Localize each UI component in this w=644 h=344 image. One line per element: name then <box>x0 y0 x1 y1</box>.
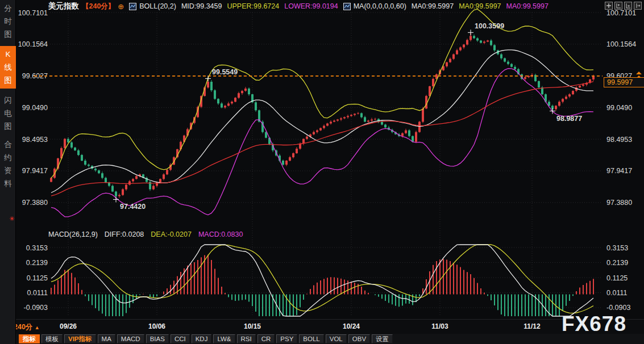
trading-app: 100.7101100.7101100.1564100.156499.60279… <box>0 0 644 344</box>
macd-macd-value: MACD:0.0830 <box>198 230 243 238</box>
y-axis-label: 97.3880 <box>606 199 632 207</box>
timeframe-label: 240分 <box>14 323 32 331</box>
candle-body <box>456 51 458 54</box>
candle-body <box>231 102 233 103</box>
y-axis-label: 99.0490 <box>22 104 48 112</box>
candle-body <box>336 120 339 121</box>
toolbar-button[interactable]: MA <box>98 334 115 343</box>
candle-body <box>67 139 69 142</box>
ma0-value-1: MA0:99.5997 <box>412 2 454 10</box>
x-axis-label: 10/06 <box>140 322 174 330</box>
toolbar-button[interactable]: RSI <box>237 334 256 343</box>
macd-axis-label: -0.0903 <box>24 304 48 312</box>
toolbar-button[interactable]: CCI <box>171 334 190 343</box>
candle-body <box>565 97 567 99</box>
candle-body <box>463 44 465 47</box>
candle-body <box>371 120 373 121</box>
y-axis-label: 100.1564 <box>18 40 48 48</box>
candle-body <box>360 113 363 117</box>
candle-body <box>207 82 209 87</box>
candle-body <box>418 122 421 132</box>
toolbar-button[interactable]: MACD <box>117 334 144 343</box>
timeframe-selector[interactable]: 240分 ▲ <box>14 322 40 332</box>
macd-name: MACD(26,12,9) <box>48 230 98 238</box>
toolbar-button[interactable]: VOL <box>326 334 347 343</box>
crosshair-icon[interactable] <box>605 2 613 10</box>
candle-body <box>487 40 489 41</box>
price-annotation: 100.3599 <box>475 22 504 30</box>
candle-body <box>381 122 383 125</box>
toolbar-button[interactable]: 设置 <box>372 334 393 343</box>
candle-body <box>152 186 155 189</box>
candle-body <box>326 124 329 126</box>
toolbar-button[interactable]: LW& <box>213 334 235 343</box>
sidebar: 分时图K线图闪电图合约资料 <box>0 0 16 344</box>
candle-body <box>135 176 138 179</box>
candle-body <box>88 165 90 166</box>
sidebar-item-1[interactable]: K线图 <box>0 46 16 89</box>
boll-upper-value: UPPER:99.6724 <box>227 2 279 10</box>
scale-y-icon[interactable] <box>614 2 622 10</box>
candle-body <box>384 125 387 128</box>
candle-body <box>367 121 369 122</box>
candle-body <box>323 126 325 128</box>
candle-body <box>401 133 404 136</box>
y-axis-label: 100.1564 <box>606 40 636 48</box>
candle-body <box>558 102 560 106</box>
candle-body <box>483 41 485 43</box>
indicator-header: 美元指数 【240分】 ⊕ BOLL(20,2) MID:99.3459 UPP… <box>16 0 644 12</box>
ma-indicator-icon[interactable] <box>343 3 351 10</box>
macd-dea-value: DEA:-0.0207 <box>151 230 192 238</box>
main-chart[interactable]: 100.7101100.7101100.1564100.156499.60279… <box>0 0 644 344</box>
macd-axis-label: 0.2139 <box>606 259 628 267</box>
candle-body <box>77 150 80 155</box>
candle-body <box>470 36 472 40</box>
toolbar-button[interactable]: 指标 <box>19 334 40 343</box>
candle-body <box>115 192 117 196</box>
candle-body <box>333 121 335 122</box>
toolbar-button[interactable]: CR <box>257 334 275 343</box>
y-axis-label: 98.4953 <box>606 136 632 144</box>
sidebar-item-0[interactable]: 分时图 <box>0 2 16 41</box>
toolbar-button[interactable]: BIAS <box>146 334 169 343</box>
pan-right-icon[interactable] <box>634 2 642 10</box>
candle-body <box>350 115 352 116</box>
macd-axis-label: 0.1125 <box>27 274 48 282</box>
macd-axis-label: 0.1125 <box>606 274 628 282</box>
live-alert-icon: ✳ <box>9 215 14 223</box>
candle-body <box>118 195 121 196</box>
current-price-tag: 99.5997 <box>604 77 644 87</box>
toolbar-button[interactable]: PSY <box>276 334 297 343</box>
candle-body <box>84 161 86 165</box>
fx678-watermark: FX678 <box>562 312 626 336</box>
candle-body <box>562 99 564 102</box>
candle-body <box>313 132 315 135</box>
candle-body <box>493 45 496 51</box>
candle-body <box>238 93 240 98</box>
macd-diff-value: DIFF:0.0208 <box>105 230 144 238</box>
candle-body <box>289 157 291 161</box>
candle-body <box>473 36 475 38</box>
period-label[interactable]: 【240分】 <box>82 2 115 11</box>
candle-body <box>296 149 298 153</box>
candle-body <box>347 116 349 117</box>
toolbar-button[interactable]: 模板 <box>41 334 63 343</box>
y-axis-label: 97.9417 <box>606 167 632 175</box>
toolbar-button[interactable]: OBV <box>348 334 370 343</box>
candle-body <box>524 77 526 79</box>
boll-indicator-icon[interactable] <box>129 3 136 10</box>
add-indicator-icon[interactable]: ⊕ <box>118 2 124 11</box>
sidebar-item-2[interactable]: 闪电图 <box>0 94 16 133</box>
boll-lower-value: LOWER:99.0194 <box>284 2 338 10</box>
candle-body <box>163 174 165 179</box>
toolbar-button[interactable]: VIP指标 <box>64 334 96 343</box>
candle-body <box>214 90 216 99</box>
price-annotation: 97.4420 <box>120 203 146 211</box>
scale-x-icon[interactable] <box>624 2 632 10</box>
toolbar-button[interactable]: BOLL <box>299 334 323 343</box>
toolbar-button[interactable]: KDJ <box>192 334 212 343</box>
candle-body <box>405 131 407 133</box>
candle-body <box>449 59 451 62</box>
candle-body <box>50 178 52 182</box>
sidebar-item-3[interactable]: 合约资料 <box>0 138 16 190</box>
